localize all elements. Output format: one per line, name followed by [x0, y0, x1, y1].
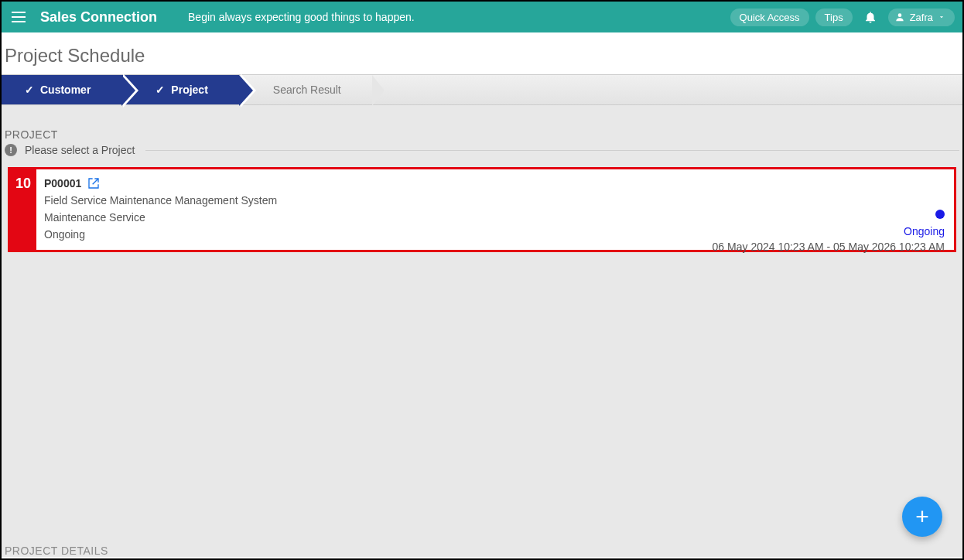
plus-icon: + [915, 504, 929, 530]
hint-text: Please select a Project [25, 144, 135, 156]
top-bar: Sales Connection Begin always expecting … [2, 2, 962, 32]
step-search-label: Search Result [273, 84, 341, 96]
quick-access-button[interactable]: Quick Access [730, 9, 809, 26]
tips-button[interactable]: Tips [815, 9, 853, 26]
status-dot-icon [935, 210, 945, 219]
step-customer-label: Customer [40, 84, 91, 96]
brand-title: Sales Connection [40, 9, 157, 26]
hamburger-menu-icon[interactable] [9, 8, 28, 26]
hint-row: ! Please select a Project [2, 141, 962, 167]
content-area: PROJECT ! Please select a Project 10 P00… [2, 105, 962, 557]
info-icon: ! [5, 144, 17, 156]
divider [145, 150, 959, 151]
user-icon [894, 12, 905, 22]
status-badge: Ongoing [713, 225, 945, 237]
tagline-text: Begin always expecting good things to ha… [188, 11, 730, 23]
project-card[interactable]: 10 P00001 Field Service Maintenance Mana… [8, 167, 956, 252]
project-title: Field Service Maintenance Management Sys… [44, 194, 945, 207]
user-menu[interactable]: Zafra [888, 9, 955, 26]
step-search-result[interactable]: Search Result [239, 75, 372, 104]
chevron-down-icon [938, 13, 945, 21]
project-card-annotation-badge: 10 [10, 169, 36, 250]
check-icon: ✓ [156, 84, 165, 96]
project-card-body: P00001 Field Service Maintenance Managem… [36, 169, 954, 250]
add-button[interactable]: + [902, 497, 942, 537]
user-name: Zafra [910, 12, 933, 23]
project-date-range: 06 May 2024 10:23 AM - 05 May 2026 10:23… [713, 241, 945, 253]
project-details-label: PROJECT DETAILS [5, 545, 108, 557]
project-code: P00001 [44, 177, 81, 190]
project-card-right: Ongoing 06 May 2024 10:23 AM - 05 May 20… [713, 208, 945, 253]
project-section-label: PROJECT [2, 128, 962, 141]
svg-point-0 [897, 13, 901, 17]
breadcrumb-stepper: ✓ Customer ✓ Project Search Result [2, 74, 962, 105]
page-title: Project Schedule [2, 32, 962, 74]
check-icon: ✓ [25, 84, 34, 96]
step-project[interactable]: ✓ Project [121, 75, 238, 104]
notifications-icon[interactable] [859, 10, 882, 24]
step-customer[interactable]: ✓ Customer [2, 75, 121, 104]
open-external-icon[interactable] [87, 177, 100, 190]
top-actions: Quick Access Tips Zafra [730, 9, 955, 26]
step-project-label: Project [171, 84, 207, 96]
